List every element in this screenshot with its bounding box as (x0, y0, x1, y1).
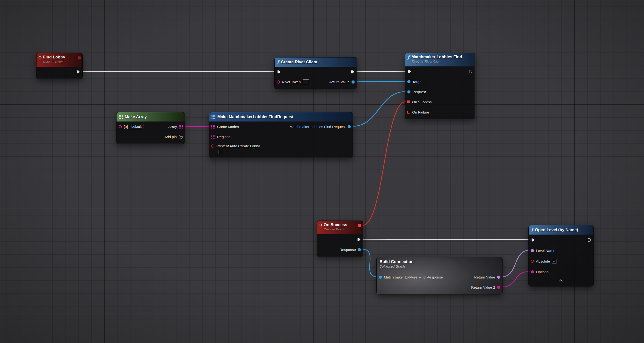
rivet-token-input[interactable] (303, 79, 309, 84)
node-header[interactable]: ƒ Matchmaker Lobbies Find Target is Rive… (405, 53, 475, 66)
exec-out-pin[interactable] (587, 238, 591, 242)
name-pin-icon (531, 249, 534, 252)
return-value-2-pin[interactable]: Return Value 2 (471, 285, 500, 289)
exec-out-pin[interactable] (357, 237, 361, 242)
collapse-row (529, 277, 594, 284)
node-open-level[interactable]: ƒ Open Level (by Name) Level Name (528, 225, 594, 287)
array-element-0-pin[interactable]: [0] default (119, 124, 144, 129)
absolute-pin[interactable]: Absolute (531, 259, 556, 264)
pin-row: Absolute (529, 256, 594, 266)
checkbox-row (218, 149, 351, 155)
node-body: Level Name Absolute Options (529, 235, 594, 286)
prevent-auto-create-lobby-pin[interactable]: Prevent Auto Create Lobby (211, 143, 351, 149)
pin-row: Regions (209, 132, 353, 142)
node-create-rivet-client[interactable]: ƒ Create Rivet Client Rivet Token Re (274, 57, 357, 89)
exec-in-pin[interactable] (407, 69, 412, 74)
pin-label: Prevent Auto Create Lobby (216, 144, 260, 148)
node-title: Make MatchmakerLobbiesFindRequest (217, 114, 294, 119)
on-failure-delegate-pin[interactable]: On Failure (407, 110, 429, 114)
exec-arrow-icon (76, 70, 80, 74)
pin-row: On Success (405, 97, 475, 107)
exec-arrow-icon (531, 238, 535, 242)
request-pin[interactable]: Request (407, 90, 426, 94)
pin-label: Rivet Token (282, 80, 301, 84)
function-icon: ƒ (408, 55, 410, 59)
node-title: Open Level (by Name) (535, 228, 578, 232)
add-pin-button[interactable]: Add pin (164, 135, 183, 139)
regions-pin[interactable]: Regions (211, 135, 230, 139)
pin-row: Request (405, 87, 475, 97)
vignette-overlay (0, 0, 644, 343)
response-pin[interactable]: Response (340, 248, 361, 252)
node-matchmaker-lobbies-find[interactable]: ƒ Matchmaker Lobbies Find Target is Rive… (405, 53, 475, 119)
pin-row (317, 234, 363, 245)
string-pin-icon (277, 80, 280, 84)
node-header[interactable]: Build Connection Collapsed Graph (377, 257, 502, 272)
blueprint-graph-canvas[interactable]: Find Lobby Custom Event ƒ Create Rivet C… (0, 0, 644, 343)
array-output-pin[interactable]: Array (168, 125, 183, 129)
level-name-pin[interactable]: Level Name (531, 249, 555, 253)
function-icon: ƒ (531, 228, 533, 232)
exec-arrow-icon (277, 70, 281, 74)
node-make-array[interactable]: Make Array [0] default Array Add pin (116, 112, 185, 144)
target-pin[interactable]: Target (407, 80, 422, 84)
pin-row: Game Modes Matchmaker Lobbies Find Reque… (209, 121, 353, 132)
delegate-output-pin[interactable] (358, 224, 361, 227)
node-body: [0] default Array Add pin (116, 121, 185, 144)
return-value-pin[interactable]: Return Value (329, 80, 355, 84)
collapse-chevron-icon[interactable] (559, 279, 562, 283)
node-title: Build Connection (380, 259, 500, 264)
exec-in-pin[interactable] (531, 238, 535, 242)
node-build-connection[interactable]: Build Connection Collapsed Graph Matchma… (376, 257, 502, 295)
node-header[interactable]: Make Array (116, 112, 185, 121)
options-pin[interactable]: Options (531, 270, 548, 274)
array-element-0-input[interactable]: default (130, 124, 144, 129)
rivet-token-pin[interactable]: Rivet Token (277, 79, 309, 84)
exec-arrow-icon (407, 69, 412, 74)
node-make-matchmaker-lobbies-find-request[interactable]: Make MatchmakerLobbiesFindRequest Game M… (209, 112, 353, 158)
node-title: Matchmaker Lobbies Find (412, 55, 462, 59)
pin-label: Absolute (536, 259, 550, 263)
node-header[interactable]: ƒ Open Level (by Name) (529, 225, 594, 235)
pin-label: Game Modes (217, 125, 239, 129)
header-text: Find Lobby Custom Event (43, 55, 65, 63)
add-pin-plus-icon (179, 135, 183, 139)
pin-label: Matchmaker Lobbies Find Request (289, 125, 346, 129)
response-input-pin[interactable]: Matchmaker Lobbies Find Response (379, 275, 443, 279)
game-modes-pin[interactable]: Game Modes (211, 125, 239, 129)
pin-row: Options (529, 266, 594, 277)
node-subtitle: Custom Event (324, 228, 347, 231)
pin-label: Return Value (474, 275, 495, 279)
request-output-pin[interactable]: Matchmaker Lobbies Find Request (289, 125, 351, 129)
pin-label: Regions (217, 135, 230, 139)
pin-label: Array (168, 125, 177, 129)
node-on-success-event[interactable]: On Success Custom Event Response (317, 221, 363, 257)
object-pin-icon (379, 276, 382, 279)
node-header[interactable]: Find Lobby Custom Event (36, 53, 82, 67)
array-pin-icon (179, 125, 183, 128)
exec-in-pin[interactable] (277, 70, 281, 74)
pin-label: Request (412, 90, 426, 94)
prevent-auto-create-lobby-checkbox[interactable] (218, 150, 223, 154)
pin-row: Prevent Auto Create Lobby (209, 142, 353, 156)
absolute-checkbox[interactable] (552, 259, 556, 264)
node-header[interactable]: ƒ Create Rivet Client (274, 57, 357, 67)
wire-layer (0, 0, 644, 343)
pin-row (405, 66, 475, 77)
pin-label: Return Value 2 (471, 285, 495, 289)
pin-label: On Failure (412, 110, 429, 114)
pin-label: [0] (124, 125, 128, 129)
node-header[interactable]: On Success Custom Event (317, 221, 363, 234)
check-mark-icon (553, 260, 555, 262)
return-value-pin[interactable]: Return Value (474, 275, 500, 279)
exec-out-pin[interactable] (76, 70, 80, 74)
object-pin-icon (407, 90, 410, 93)
exec-out-pin[interactable] (350, 70, 355, 74)
string-pin-icon (497, 286, 500, 289)
array-pin-icon (211, 125, 215, 128)
node-header[interactable]: Make MatchmakerLobbiesFindRequest (209, 112, 353, 121)
exec-out-pin[interactable] (468, 69, 472, 74)
delegate-output-pin[interactable] (78, 56, 80, 59)
node-find-lobby[interactable]: Find Lobby Custom Event (36, 53, 83, 79)
on-success-delegate-pin[interactable]: On Success (407, 100, 432, 104)
